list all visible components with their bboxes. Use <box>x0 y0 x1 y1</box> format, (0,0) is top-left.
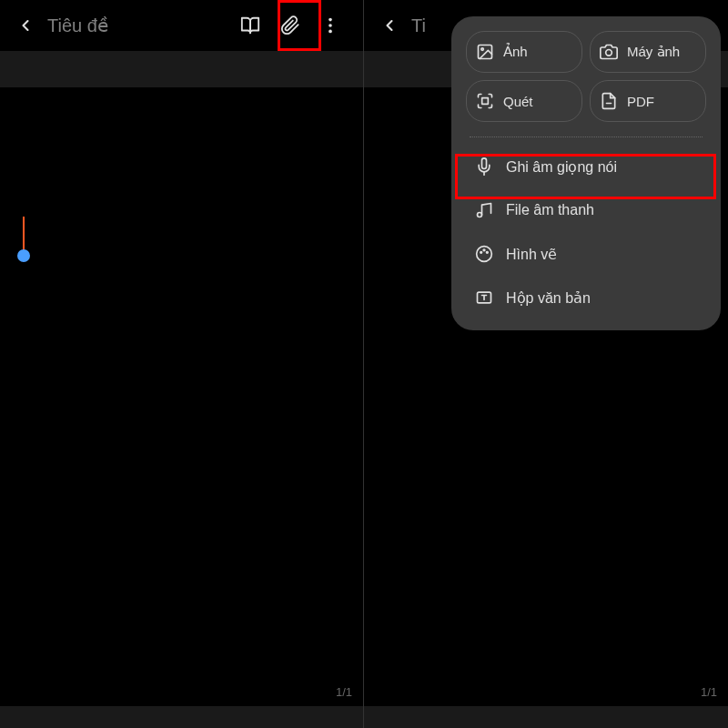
more-vertical-icon <box>320 15 340 35</box>
footer-bar <box>364 706 728 728</box>
audio-file-label: File âm thanh <box>506 202 594 218</box>
attach-camera-label: Máy ảnh <box>627 44 680 60</box>
more-button[interactable] <box>312 7 349 44</box>
page-title[interactable]: Ti <box>411 15 426 36</box>
voice-record-button[interactable]: Ghi âm giọng nói <box>466 145 706 188</box>
mic-icon <box>475 157 493 176</box>
header: Tiêu đề <box>0 0 363 51</box>
reader-button[interactable] <box>232 7 268 44</box>
music-icon <box>475 201 493 219</box>
back-icon <box>380 16 399 35</box>
sub-header <box>0 51 363 87</box>
page-indicator: 1/1 <box>336 685 352 699</box>
back-icon <box>16 16 35 35</box>
right-screen: Ti 1/1 Ảnh Máy ảnh <box>364 0 728 728</box>
image-icon <box>476 43 494 61</box>
back-button[interactable] <box>15 15 36 36</box>
svg-point-13 <box>487 252 489 254</box>
camera-icon <box>600 43 618 61</box>
page-title[interactable]: Tiêu đề <box>47 15 108 36</box>
svg-rect-6 <box>482 98 489 105</box>
attach-image-label: Ảnh <box>503 44 528 60</box>
header-left: Tiêu đề <box>15 15 232 36</box>
svg-point-9 <box>478 213 482 217</box>
svg-point-5 <box>606 50 612 56</box>
popup-list: Ghi âm giọng nói File âm thanh Hình vẽ H… <box>462 145 710 319</box>
svg-point-2 <box>329 30 332 34</box>
header-actions <box>232 7 349 44</box>
scan-icon <box>476 92 494 110</box>
svg-point-11 <box>480 252 482 254</box>
cursor-line <box>23 217 25 251</box>
attach-image-button[interactable]: Ảnh <box>466 31 582 73</box>
attach-scan-label: Quét <box>503 94 533 109</box>
page-indicator: 1/1 <box>701 685 717 699</box>
popup-divider <box>470 136 703 137</box>
textbox-icon <box>475 288 493 307</box>
svg-point-4 <box>481 48 484 51</box>
note-content[interactable]: 1/1 <box>0 87 363 706</box>
audio-file-button[interactable]: File âm thanh <box>466 188 706 232</box>
svg-point-10 <box>477 247 492 262</box>
back-button[interactable] <box>379 15 400 36</box>
pdf-icon <box>600 92 618 110</box>
attach-pdf-label: PDF <box>627 94 654 109</box>
textbox-button[interactable]: Hộp văn bản <box>466 276 706 319</box>
attach-button[interactable] <box>272 7 308 44</box>
svg-point-1 <box>329 24 332 27</box>
drawing-label: Hình vẽ <box>506 246 557 263</box>
popup-grid: Ảnh Máy ảnh Quét PDF <box>462 27 710 133</box>
svg-point-12 <box>483 249 485 251</box>
drawing-button[interactable]: Hình vẽ <box>466 232 706 276</box>
attach-camera-button[interactable]: Máy ảnh <box>590 31 706 73</box>
palette-icon <box>475 245 493 263</box>
attach-pdf-button[interactable]: PDF <box>590 80 706 122</box>
cursor-handle[interactable] <box>17 249 30 262</box>
attach-popup: Ảnh Máy ảnh Quét PDF <box>451 16 721 330</box>
textbox-label: Hộp văn bản <box>506 289 591 307</box>
paperclip-icon <box>280 15 300 35</box>
svg-point-0 <box>329 18 332 22</box>
voice-record-label: Ghi âm giọng nói <box>506 158 617 176</box>
book-open-icon <box>240 15 260 35</box>
attach-scan-button[interactable]: Quét <box>466 80 582 122</box>
left-screen: Tiêu đề 1/1 <box>0 0 364 728</box>
footer-bar <box>0 706 363 728</box>
